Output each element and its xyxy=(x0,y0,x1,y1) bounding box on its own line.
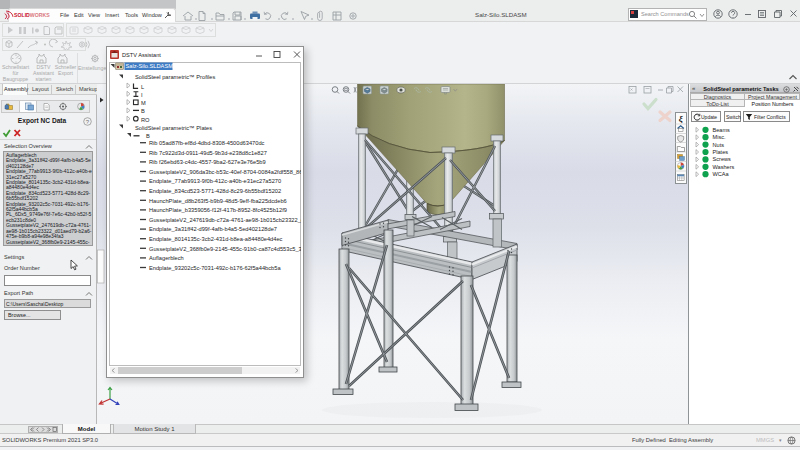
svg-text:Beams: Beams xyxy=(713,127,731,133)
svg-text:L: L xyxy=(141,84,144,90)
svg-text:WCAa: WCAa xyxy=(713,171,730,177)
svg-text:B: B xyxy=(146,133,150,139)
svg-text:Plates: Plates xyxy=(713,149,729,155)
svg-text:Rib f26ebd63-c4dc-4557-9ba2-62: Rib f26ebd63-c4dc-4557-9ba2-627e3e76e5b9 xyxy=(149,159,266,165)
svg-text:Screws: Screws xyxy=(713,156,732,162)
svg-text:GussetplateV2_368fb0e9-2145-45: GussetplateV2_368fb0e9-2145-455c-91b0-ca… xyxy=(149,246,301,252)
svg-text:Auflagerblech: Auflagerblech xyxy=(149,255,184,261)
svg-text:GussetplateV2_906da3bc-b53c-40: GussetplateV2_906da3bc-b53c-40ef-8704-00… xyxy=(149,169,301,175)
svg-text:?: ? xyxy=(86,119,90,125)
svg-text:Salz-Silo.SLDASM: Salz-Silo.SLDASM xyxy=(126,63,174,69)
svg-text:HaunchPlate_d8b263f5-b9b9-48d5: HaunchPlate_d8b263f5-b9b9-48d5-9eff-fba2… xyxy=(149,198,287,204)
svg-text:Rib 05ad87fb-ef8d-4dbd-8308-45: Rib 05ad87fb-ef8d-4dbd-8308-4500d63470dc xyxy=(149,140,265,146)
svg-text:I: I xyxy=(141,92,143,98)
svg-text:HaunchPlate_b3359056-f12f-417b: HaunchPlate_b3359056-f12f-417b-8952-8fc4… xyxy=(149,207,287,213)
svg-text:Rib 7c922d3d-0911-49d5-9b3d-e2: Rib 7c922d3d-0911-49d5-9b3d-e238d8c1e827 xyxy=(149,150,267,156)
svg-text:Misc.: Misc. xyxy=(713,134,726,140)
svg-text:Endplate_834cd523-5771-428d-8c: Endplate_834cd523-5771-428d-8c29-6b55bdf… xyxy=(149,188,281,194)
svg-text:B: B xyxy=(141,108,145,114)
svg-text:Endplate_8014135c-3cb2-431d-b8: Endplate_8014135c-3cb2-431d-b8ea-a84480e… xyxy=(149,236,283,242)
svg-text:Endplate_93202c5c-7031-492c-b1: Endplate_93202c5c-7031-492c-b176-62f5a44… xyxy=(149,265,281,271)
svg-text:ξ: ξ xyxy=(679,114,683,124)
svg-text:SolidSteel parametric™ Plates: SolidSteel parametric™ Plates xyxy=(135,125,212,131)
svg-text:Endplate_77ab9913-9f0b-412c-a4: Endplate_77ab9913-9f0b-412c-a40b-e31ec27… xyxy=(149,178,281,184)
svg-text:M: M xyxy=(141,100,146,106)
svg-text:Washers: Washers xyxy=(713,164,735,170)
svg-text:SolidSteel parametric™ Profile: SolidSteel parametric™ Profiles xyxy=(135,74,215,80)
svg-text:GussetplateV2_247619db-c72a-47: GussetplateV2_247619db-c72a-4761-ae98-1b… xyxy=(149,217,301,223)
svg-text:Nuts: Nuts xyxy=(713,142,725,148)
svg-text:Endplate_3a31ff42-d99f-4afb-b4: Endplate_3a31ff42-d99f-4afb-b4a5-5ed4021… xyxy=(149,226,277,232)
svg-text:RO: RO xyxy=(141,117,150,123)
